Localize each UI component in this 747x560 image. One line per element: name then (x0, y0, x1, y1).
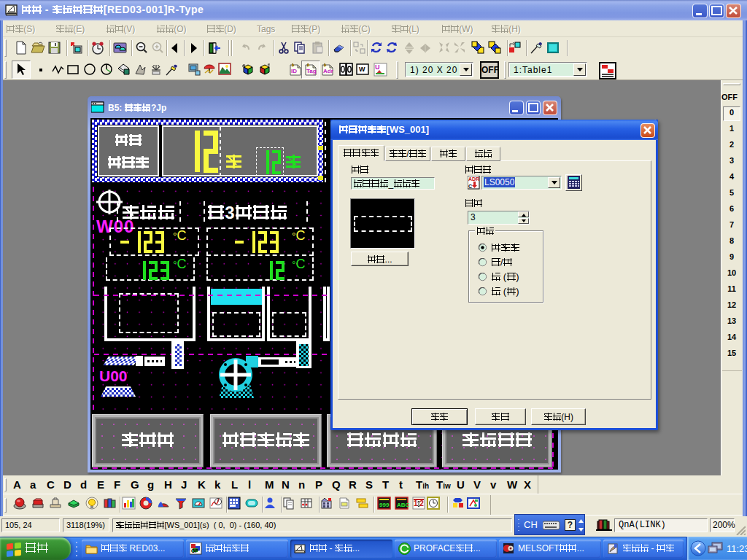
svg-text:ABC: ABC (397, 502, 409, 508)
svg-text:GP: GP (191, 548, 198, 553)
svg-text:999: 999 (379, 502, 390, 508)
svg-text:W: W (359, 66, 365, 73)
svg-text:ADR: ADR (468, 176, 479, 182)
svg-text:Adr: Adr (323, 68, 333, 74)
svg-text:C: C (468, 184, 472, 189)
svg-text:U: U (375, 63, 380, 71)
svg-text:Tag: Tag (306, 68, 317, 74)
svg-text:ID: ID (291, 68, 297, 74)
